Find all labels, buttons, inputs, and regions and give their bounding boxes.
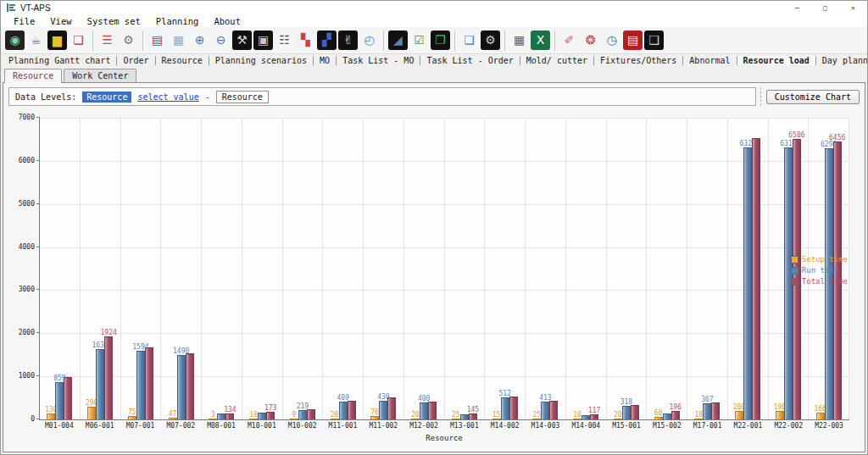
clock-pen-icon[interactable]: ◴ (359, 31, 379, 50)
select-value-link[interactable]: select value (137, 92, 198, 102)
tab-mold-cutter[interactable]: Mold/ cutter (520, 56, 594, 65)
bar-run-time[interactable]: 409 (339, 402, 348, 419)
folder-icon[interactable]: ❏ (459, 31, 479, 50)
bar-total-time[interactable] (145, 347, 153, 419)
bar-setup-time[interactable]: 9 (290, 419, 298, 419)
bar-setup-time[interactable]: 166 (816, 413, 825, 419)
bar-setup-time[interactable]: 60 (654, 417, 663, 419)
bar-setup-time[interactable]: 76 (370, 416, 379, 419)
bar-run-time[interactable]: 859 (55, 382, 64, 419)
tab-planning-gantt-chart[interactable]: Planning Gantt chart (3, 56, 117, 65)
bar-total-time[interactable] (64, 377, 72, 419)
printer-icon[interactable]: ▣ (253, 31, 273, 50)
bar-run-time[interactable] (217, 413, 225, 419)
bar-run-time[interactable] (581, 415, 590, 419)
computer-list-icon[interactable]: ☷ (275, 31, 294, 50)
bar-run-time[interactable]: 6320 (743, 147, 752, 419)
bar-total-time[interactable] (428, 402, 437, 419)
bar-setup-time[interactable]: 290 (87, 407, 96, 419)
tiles-blue-icon[interactable]: ▞ (317, 31, 337, 50)
bar-total-time[interactable]: 173 (266, 412, 275, 419)
bar-total-time[interactable]: 134 (225, 413, 234, 419)
data-level-box-resource[interactable]: Resource (216, 91, 269, 103)
bar-run-time[interactable]: 367 (703, 403, 711, 419)
bar-total-time[interactable] (711, 402, 720, 419)
bar-run-time[interactable]: 512 (501, 397, 509, 419)
bar-run-time[interactable] (460, 414, 469, 419)
bar-setup-time[interactable]: 47 (169, 418, 177, 419)
tab-resource[interactable]: Resource (156, 56, 209, 65)
hammer-icon[interactable]: ⚒ (232, 31, 252, 50)
bar-total-time[interactable] (549, 401, 558, 419)
tab-abnormal[interactable]: Abnormal (683, 56, 737, 65)
tab-resource-load[interactable]: Resource load (737, 56, 816, 65)
bar-run-time[interactable]: 413 (541, 402, 549, 419)
bar-setup-time[interactable]: 20 (411, 419, 420, 419)
bar-run-time[interactable] (258, 413, 266, 419)
server-red-icon[interactable]: ▤ (623, 31, 643, 50)
teacup-icon[interactable]: ☕ (26, 31, 46, 50)
bar-run-time[interactable]: 400 (420, 402, 428, 419)
bar-setup-time[interactable]: 130 (47, 413, 55, 419)
grid-chart-icon[interactable]: ▦ (169, 31, 188, 50)
car-icon[interactable]: ◢ (388, 31, 408, 50)
bar-setup-time[interactable]: 15 (492, 419, 501, 419)
gauge-icon[interactable]: ◉ (5, 31, 25, 50)
bar-run-time[interactable] (663, 413, 671, 419)
subtab-work-center[interactable]: Work Center (64, 69, 136, 82)
bar-run-time[interactable]: 1594 (136, 351, 145, 419)
bar-total-time[interactable] (348, 401, 356, 419)
bar-setup-time[interactable]: 10 (573, 419, 581, 419)
palette-clock-icon[interactable]: ✐ (559, 31, 579, 50)
bar-total-time[interactable]: 1924 (104, 336, 113, 419)
minimize-button[interactable]: ─ (783, 1, 811, 14)
compass-clock-icon[interactable]: ❂ (581, 31, 600, 50)
window-clock-icon[interactable]: ◷ (602, 31, 621, 50)
gear-notebook-icon[interactable]: ⚙ (481, 31, 500, 50)
menu-view[interactable]: View (42, 16, 79, 26)
bar-run-time[interactable]: 318 (622, 406, 631, 419)
tiles-red-icon[interactable]: ▚ (296, 31, 315, 50)
bar-setup-time[interactable]: 3 (209, 419, 217, 419)
clipboard-check-icon[interactable]: ☑ (409, 31, 429, 50)
bar-setup-time[interactable]: 200 (735, 411, 743, 419)
person-list-icon[interactable]: ☰ (97, 31, 117, 50)
bar-setup-time[interactable]: 10 (249, 419, 258, 419)
menu-system-set[interactable]: System set (80, 16, 148, 26)
bar-setup-time[interactable]: 196 (776, 411, 784, 419)
menu-about[interactable]: About (206, 16, 248, 26)
bar-run-time[interactable]: 1634 (96, 349, 104, 419)
menu-file[interactable]: File (6, 16, 42, 26)
bar-run-time[interactable]: 1490 (177, 355, 186, 419)
bar-setup-time[interactable]: 75 (128, 416, 136, 419)
save-icon[interactable]: ❑ (644, 31, 664, 50)
bar-total-time[interactable]: 196 (671, 411, 680, 419)
tab-fixtures-others[interactable]: Fixtures/Others (594, 56, 683, 65)
bar-total-time[interactable]: 117 (590, 414, 598, 419)
tab-task-list-order[interactable]: Task List - Order (420, 56, 520, 65)
bar-chart-icon[interactable]: ▆ (47, 31, 67, 50)
tab-planning-scenarios[interactable]: Planning scenarios (209, 56, 314, 65)
bar-total-time[interactable]: 145 (469, 413, 477, 419)
bar-run-time[interactable]: 430 (379, 401, 387, 419)
bar-total-time[interactable] (307, 409, 315, 419)
folder-chart-icon[interactable]: ❏ (69, 31, 88, 50)
excel-icon[interactable]: X (531, 31, 550, 50)
zoom-out-icon[interactable]: ⊖ (211, 31, 231, 50)
bar-total-time[interactable] (752, 138, 760, 419)
subtab-resource[interactable]: Resource (4, 69, 62, 83)
menu-planning[interactable]: Planning (148, 16, 207, 26)
customize-chart-button[interactable]: Customize Chart (766, 90, 860, 104)
bar-total-time[interactable] (387, 397, 396, 419)
bar-setup-time[interactable]: 20 (331, 419, 339, 419)
bar-run-time[interactable]: 219 (298, 410, 307, 419)
tab-order[interactable]: Order (117, 56, 155, 65)
bar-total-time[interactable] (509, 397, 518, 419)
bar-setup-time[interactable]: 20 (614, 419, 622, 419)
maximize-button[interactable]: □ (811, 1, 839, 14)
zoom-in-icon[interactable]: ⊕ (190, 31, 209, 50)
tab-task-list-mo[interactable]: Task List - MO (337, 56, 420, 65)
calendar-icon[interactable]: ▦ (509, 31, 529, 50)
data-level-chip-resource[interactable]: Resource (82, 92, 131, 103)
tab-mo[interactable]: MO (314, 56, 337, 65)
